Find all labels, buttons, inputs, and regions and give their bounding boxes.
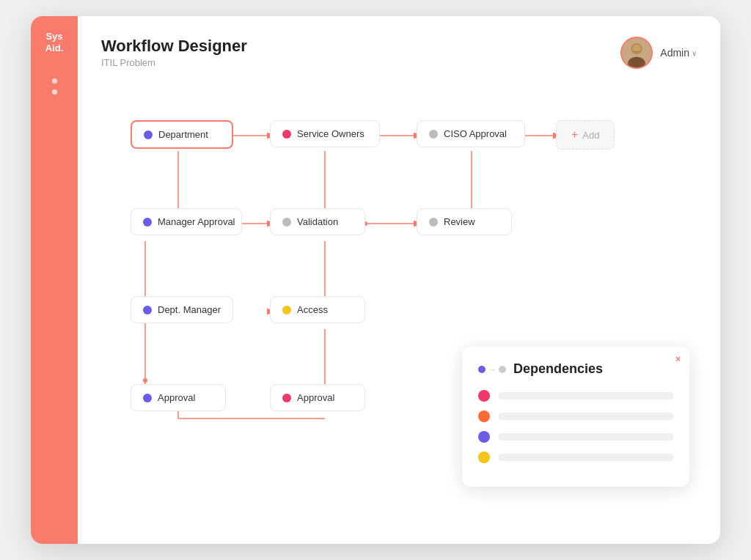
page-title: Workflow Designer [101,37,247,56]
dot-service-owners [282,130,291,139]
label-review: Review [444,216,475,227]
node-review[interactable]: Review [417,208,512,235]
dot-access [282,306,291,314]
node-ciso-approval[interactable]: CISO Approval [417,120,525,147]
label-service-owners: Service Owners [297,128,364,139]
node-manager-approval[interactable]: Manager Approval [131,208,242,235]
dep-bar-4 [499,454,673,461]
node-add[interactable]: + Add [556,120,615,150]
dependencies-panel: × → Dependencies [462,347,689,487]
dot-validation [282,218,291,226]
avatar-image [622,37,651,69]
node-access[interactable]: Access [270,296,365,323]
dot-dept-manager [143,306,152,314]
dot-manager-approval [143,218,152,226]
dep-title: Dependencies [513,361,603,377]
avatar [620,37,653,69]
admin-label[interactable]: Admin ∨ [660,47,697,59]
label-dept-manager: Dept. Manager [158,304,221,315]
chevron-down-icon: ∨ [692,49,697,57]
header-text: Workflow Designer ITIL Problem [101,37,247,68]
page-subtitle: ITIL Problem [101,57,247,68]
logo: Sys Aid. [45,31,64,54]
dep-bar-1 [499,392,673,399]
label-manager-approval: Manager Approval [158,216,235,227]
dep-color-purple [478,431,490,443]
dep-color-orange [478,410,490,422]
dot-review [429,218,438,226]
dep-item-2 [478,410,673,422]
user-menu[interactable]: Admin ∨ [620,37,697,69]
header: Workflow Designer ITIL Problem [101,37,697,69]
dot-approval-right [282,394,291,402]
dep-header: → Dependencies [478,361,673,377]
dep-dot-gray [499,366,506,373]
dep-bar-2 [499,413,673,420]
label-access: Access [297,304,328,315]
main-content: Workflow Designer ITIL Problem [78,16,720,544]
node-approval-left[interactable]: Approval [131,384,226,411]
sidebar-dot-1[interactable] [52,78,57,84]
dep-dot-purple [478,366,486,373]
dep-item-1 [478,390,673,402]
workflow-canvas: Department Service Owners CISO Approval … [101,91,697,501]
dep-arrow-icon: → [488,364,497,375]
dep-bar-3 [499,433,673,441]
plus-icon: + [571,128,578,141]
sidebar-dot-2[interactable] [52,89,57,95]
dep-color-yellow [478,452,490,463]
dep-icon-group: → [478,364,506,375]
dep-item-3 [478,431,673,443]
dot-ciso-approval [429,130,438,139]
node-dept-manager[interactable]: Dept. Manager [131,296,233,323]
app-window: Sys Aid. Workflow Designer ITIL Problem [31,16,720,544]
label-validation: Validation [297,216,338,227]
svg-point-19 [143,378,147,383]
label-approval-right: Approval [297,392,334,403]
node-approval-right[interactable]: Approval [270,384,365,411]
node-service-owners[interactable]: Service Owners [270,120,380,147]
label-department: Department [158,129,208,140]
label-ciso-approval: CISO Approval [444,128,507,139]
sidebar: Sys Aid. [31,16,78,544]
close-icon[interactable]: × [675,354,681,364]
dot-department [144,130,153,139]
dot-approval-left [143,394,152,402]
dep-color-pink [478,390,490,402]
node-department[interactable]: Department [131,120,233,149]
node-validation[interactable]: Validation [270,208,365,235]
dep-item-4 [478,452,673,463]
label-add: Add [582,130,599,141]
label-approval-left: Approval [158,392,195,403]
